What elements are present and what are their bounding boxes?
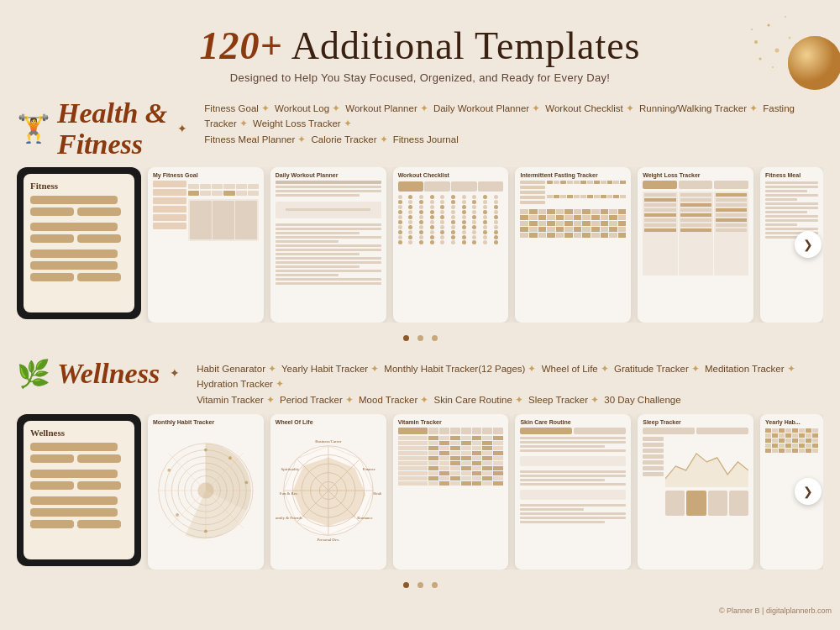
- daily-workout-card: Daily Workout Planner: [270, 167, 386, 323]
- fitness-dot-2[interactable]: [417, 335, 423, 341]
- svg-text:Health: Health: [373, 491, 381, 496]
- wellness-tablet: Wellness: [17, 414, 141, 566]
- fitness-next-arrow[interactable]: ❯: [795, 231, 822, 258]
- wellness-next-arrow[interactable]: ❯: [795, 478, 822, 505]
- svg-point-22: [228, 456, 232, 459]
- wheel-of-life-title: Wheel Of Life: [276, 419, 381, 425]
- sleep-tracker-title: Sleep Tracker: [643, 419, 748, 425]
- workout-checklist-card: Workout Checklist: [393, 167, 509, 323]
- fitness-goal-card: My Fitness Goal: [148, 167, 264, 323]
- health-fitness-header: 🏋 Health & Fitness ✦: [17, 97, 187, 160]
- svg-point-23: [244, 480, 248, 484]
- page-subtitle: Designed to Help You Stay Focused, Orgen…: [17, 71, 823, 84]
- svg-text:Family & Friends: Family & Friends: [276, 516, 302, 520]
- svg-text:Business/Career: Business/Career: [315, 439, 342, 444]
- svg-point-21: [204, 449, 207, 452]
- svg-point-2: [775, 49, 780, 53]
- svg-text:Fun & Rec.: Fun & Rec.: [280, 491, 298, 496]
- svg-point-7: [772, 66, 774, 68]
- fitness-dot-3[interactable]: [432, 335, 438, 341]
- svg-text:Romance: Romance: [357, 516, 372, 520]
- tablet-fitness-label: Fitness: [30, 181, 128, 191]
- daily-workout-title: Daily Workout Planner: [276, 172, 381, 178]
- svg-point-26: [176, 513, 179, 517]
- fitness-dot-1[interactable]: [403, 335, 409, 341]
- wellness-cards-row: Wellness Monthl: [17, 414, 823, 570]
- svg-text:Finance: Finance: [362, 467, 375, 471]
- fitness-goal-title: My Fitness Goal: [153, 172, 259, 178]
- skincare-card: Skin Care Routine: [515, 414, 631, 570]
- wellness-pagination: [17, 576, 823, 591]
- fitness-meal-title: Fitness Meal: [765, 172, 818, 178]
- wellness-icon: 🌿: [17, 358, 50, 390]
- fitness-cards-row: Fitness My Fitn: [17, 167, 823, 323]
- candle-decoration: [739, 0, 840, 101]
- weight-loss-title: Weight Loss Tracker: [643, 172, 748, 178]
- monthly-habit-card: Monthly Habit Tracker .ring { fill: none…: [148, 414, 264, 570]
- health-fitness-section: 🏋 Health & Fitness ✦ Fitness Goal✦ Worko…: [0, 97, 840, 356]
- fitness-tablet: Fitness: [17, 167, 141, 319]
- svg-point-3: [759, 58, 762, 60]
- page-header: 120+ Additional Templates Designed to He…: [0, 0, 840, 97]
- fitness-icon: 🏋: [17, 113, 50, 144]
- svg-point-5: [751, 29, 753, 30]
- svg-point-25: [167, 469, 171, 472]
- wellness-sparkle: ✦: [170, 366, 180, 381]
- vitamin-tracker-card: Vitamin Tracker: [393, 414, 509, 570]
- wellness-tags: Habit Genarator✦ Yearly Habit Tracker✦ M…: [197, 361, 823, 407]
- svg-point-1: [768, 24, 770, 27]
- weight-loss-card: Weight Loss Tracker: [638, 167, 753, 323]
- svg-point-4: [785, 16, 786, 18]
- vitamin-tracker-title: Vitamin Tracker: [398, 419, 504, 425]
- wheel-of-life-card: Wheel Of Life: [270, 414, 386, 570]
- wellness-dot-2[interactable]: [417, 582, 423, 588]
- monthly-habit-title: Monthly Habit Tracker: [153, 419, 259, 425]
- yearly-habit-title: Yearly Hab...: [765, 419, 818, 425]
- footer: © Planner B | digitalplannerb.com: [0, 603, 840, 618]
- skincare-title: Skin Care Routine: [520, 419, 626, 425]
- health-fitness-title: Health &: [57, 97, 167, 129]
- svg-point-9: [788, 36, 840, 90]
- svg-text:Spirituality: Spirituality: [281, 467, 299, 471]
- sleep-tracker-card: Sleep Tracker: [638, 414, 753, 570]
- sparkle-icon: ✦: [177, 122, 187, 136]
- health-fitness-title2: Fitness: [57, 129, 167, 160]
- fasting-tracker-title: Intermittent Fasting Tracker: [520, 172, 626, 178]
- tablet-wellness-label: Wellness: [30, 428, 128, 438]
- fitness-pagination: [17, 329, 823, 344]
- svg-text:Personal Dev.: Personal Dev.: [317, 538, 339, 542]
- svg-point-0: [754, 40, 758, 44]
- fitness-tags: Fitness Goal✦ Workout Log✦ Workout Plann…: [204, 101, 823, 147]
- workout-checklist-title: Workout Checklist: [398, 172, 504, 178]
- page-title: 120+ Additional Templates: [17, 24, 823, 68]
- wellness-dot-3[interactable]: [432, 582, 438, 588]
- wellness-section: 🌿 Wellness ✦ Habit Genarator✦ Yearly Hab…: [0, 358, 840, 603]
- svg-marker-44: [293, 458, 365, 525]
- wellness-title: Wellness: [57, 358, 160, 389]
- fasting-tracker-card: Intermittent Fasting Tracker: [515, 167, 631, 323]
- wellness-dot-1[interactable]: [403, 582, 409, 588]
- svg-point-6: [789, 37, 791, 39]
- svg-point-24: [204, 529, 207, 533]
